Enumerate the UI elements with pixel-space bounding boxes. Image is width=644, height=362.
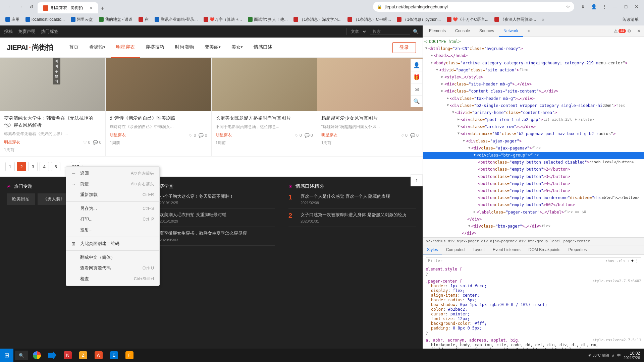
tree-head[interactable]: ▶ <head>…</head> <box>423 52 644 59</box>
tree-toggle-btn-group[interactable]: ▼ <box>473 152 477 158</box>
bookmark-apps[interactable]: 应用 <box>3 15 22 24</box>
taskbar-ime[interactable]: 中 <box>617 353 621 358</box>
topbar-tougu[interactable]: 投稿 <box>4 28 13 35</box>
ctx-viewsource[interactable]: 查看网页源代码 Ctrl+U <box>66 263 159 274</box>
nav-chengda[interactable]: 穿搭技巧 <box>140 38 170 58</box>
tree-btn2[interactable]: <button class="empty button" >2</button> <box>423 166 644 173</box>
tree-btn3[interactable]: <button class="empty button" >3</button> <box>423 173 644 180</box>
taskbar-app-6[interactable]: E <box>107 349 121 362</box>
tree-toggle-archiverow[interactable]: ▼ <box>457 124 461 129</box>
bookmark-zai[interactable]: 在 <box>136 15 151 24</box>
topic-oumei[interactable]: 欧美街拍 <box>7 193 35 205</box>
tree-ajax-pager[interactable]: ▼ <div class="ajax-pager" > <box>423 138 644 145</box>
address-bar[interactable]: 🔒 jiepai.net/dapei/mingxingchuanyi ☆ <box>373 2 574 12</box>
article-tag-3[interactable]: 明星穿衣 <box>216 132 232 138</box>
page-5[interactable]: 5 <box>51 162 60 171</box>
tree-btnpager[interactable]: ▼ <div class="btn-pager" >…</div> flex <box>423 223 644 230</box>
article-card-2[interactable]: 刘诗诗《亲爱的自己》唯美剧照 刘诗诗在《亲爱的自己》中饰演女... 明星穿衣 ♡… <box>106 58 211 156</box>
article-tag-2[interactable]: 明星穿衣 <box>110 132 126 138</box>
taskbar-search[interactable]: 🔍 <box>15 351 28 360</box>
article-card-4[interactable]: 杨超越可爱少女风写真图片 "锦鲤妹妹"杨超越的田园女仆风... 明星穿衣 ♡ 0… <box>317 58 423 156</box>
page-1[interactable]: 1 <box>5 162 15 171</box>
tree-toggle-siteheader[interactable]: ▶ <box>440 81 444 86</box>
taskbar-app-chrome[interactable] <box>30 349 44 362</box>
gift-icon[interactable]: 🎁 <box>411 71 423 83</box>
devtools-warning-icon[interactable]: ⚠ 44 <box>616 27 624 35</box>
search-type-select[interactable]: 文章 <box>346 28 367 35</box>
devtools-tab-network[interactable]: Network <box>499 25 523 37</box>
tree-postitem[interactable]: ▶ <div class="post-item-1 ul.b2_gap" > l… <box>423 116 644 123</box>
nav-jiepaio[interactable]: 看街拍 <box>84 38 111 58</box>
ctx-inspect[interactable]: 检查 Ctrl+Shift+I <box>66 274 159 284</box>
ctx-forward[interactable]: → 前进 Alt+向右箭头 <box>66 179 159 189</box>
ctx-translate[interactable]: 翻成中文（简体） <box>66 252 159 263</box>
tree-btn-group[interactable]: ▼ <div class="btn-group" > flex <box>423 152 644 159</box>
tree-body[interactable]: ▼ <body class="archive category category… <box>423 60 644 67</box>
bottom-tab-computed[interactable]: Computed <box>442 245 469 254</box>
login-button[interactable]: 登录 <box>392 42 416 53</box>
topbar-disclaimer[interactable]: 免责声明 <box>18 28 36 35</box>
article-tag-4[interactable]: 明星穿衣 <box>321 132 337 138</box>
tree-toggle-pagenav[interactable]: ▼ <box>457 131 461 136</box>
topbar-tags[interactable]: 热门标签 <box>41 28 58 35</box>
tree-toggle-page[interactable]: ▼ <box>435 67 439 72</box>
bookmark-heart[interactable]: ❤️万字（算法 +... <box>201 15 244 24</box>
add-style-icon[interactable]: + <box>631 258 634 263</box>
bottom-emo-item-1[interactable]: 1 喜欢一个人是什么感觉 喜欢一个人 隐藏的表现 2021/02/09 <box>288 193 416 208</box>
tree-toggle-wrapper[interactable]: ▼ <box>446 103 450 108</box>
tree-toggle-taxheader[interactable]: ▶ <box>446 96 450 101</box>
bookmark-tencent[interactable]: 腾讯企业邮箱-登录... <box>152 15 200 24</box>
tree-toggle-btnpager[interactable]: ▼ <box>467 223 471 229</box>
tree-btn607[interactable]: <button class="empty button" >607</butto… <box>423 201 644 208</box>
maximize-button[interactable]: □ <box>621 2 631 11</box>
bottom-tab-properties[interactable]: Properties <box>565 245 591 254</box>
tree-html[interactable]: ▼ <html lang="zh-CN" class="avgrund-read… <box>423 45 644 52</box>
menu-button[interactable]: ⋮ <box>600 2 609 11</box>
tree-toggle-ajax-pager[interactable]: ▼ <box>462 138 466 143</box>
tree-content[interactable]: ▶ <div class="content class="site-conten… <box>423 88 644 95</box>
tree-toggle-primary[interactable]: ▼ <box>451 110 455 115</box>
nav-qinggan[interactable]: 情感口述 <box>248 38 278 58</box>
new-tab-button[interactable]: + <box>98 4 107 13</box>
bottom-list-item-1[interactable]: 1 小个子胸大这么穿！冬天显高不臃肿！ 2019/12/25 <box>148 193 275 208</box>
tree-btn4[interactable]: <button class="empty button" >4</button> <box>423 180 644 187</box>
bookmark-10w[interactable]: ❤️《十万个C语言... <box>444 15 491 24</box>
profile-button[interactable]: 👤 <box>589 2 598 11</box>
tree-btn5[interactable]: <button class="empty button" >5</button> <box>423 187 644 194</box>
bookmark-aliyun[interactable]: 阿里云盘 <box>68 15 96 24</box>
bookmark-star-icon[interactable]: ☆ <box>566 4 570 9</box>
bookmark-more[interactable]: » <box>539 16 547 23</box>
bookmark-mysite[interactable]: 我的地盘 - 谱道 <box>96 15 136 24</box>
nav-bianmei[interactable]: 变美丽 <box>199 38 226 58</box>
tree-wrapper[interactable]: ▼ <div class="b2-single-content wrapper … <box>423 102 644 109</box>
tree-toggle-postitem[interactable]: ▶ <box>457 117 461 122</box>
tree-label[interactable]: ▶ <label class="pager-center" >…</label>… <box>423 209 644 216</box>
refresh-button[interactable]: ↺ <box>27 2 36 11</box>
styles-filter-input[interactable] <box>428 258 604 263</box>
page-3[interactable]: 3 <box>28 162 38 171</box>
bottom-tab-layout[interactable]: Layout <box>469 245 489 254</box>
bottom-tab-event[interactable]: Event Listeners <box>489 245 525 254</box>
search-button[interactable]: 🔍 <box>413 29 419 34</box>
close-button[interactable]: ✕ <box>632 2 641 11</box>
minimize-button[interactable]: ─ <box>610 2 620 11</box>
taskbar-app-7[interactable]: F <box>122 349 137 362</box>
user-icon[interactable]: 👤 <box>411 59 423 71</box>
browser-tab-active[interactable]: 明星穿衣 - 尚街拍 × <box>38 2 98 13</box>
tree-siteheader[interactable]: ▶ <div class="site-header mb-g" >…</div> <box>423 81 644 88</box>
taskbar-clock[interactable]: 10:02 2021/7/26 <box>624 351 640 360</box>
devtools-tab-sources[interactable]: Sources <box>475 25 499 37</box>
nav-meinv[interactable]: 美女 <box>226 38 248 58</box>
tree-taxheader[interactable]: ▶ <div class="tax-header mb-g" >…</div> <box>423 95 644 102</box>
search-input[interactable] <box>370 28 410 35</box>
tree-toggle-head[interactable]: ▶ <box>430 53 434 58</box>
nav-mingxing[interactable]: 明星穿衣 <box>111 38 140 58</box>
tree-style[interactable]: ▶ <style>…</style> <box>423 74 644 81</box>
bookmark-cpp[interactable]: （1条消息）C++嗟... <box>345 15 393 24</box>
bookmark-py[interactable]: （1条消息）python... <box>394 15 443 24</box>
taskbar-notifications[interactable]: ∧ <box>612 353 614 358</box>
tree-toggle-html[interactable]: ▼ <box>424 46 428 51</box>
article-card-1[interactable]: 알고싶어마주보다 变身清纯女大学生：韩素希在《无法抗拒的他》穿衣风格解析 韩素希… <box>0 58 106 156</box>
bottom-tab-styles[interactable]: Styles <box>423 245 442 254</box>
tree-pagenav[interactable]: ▼ <div data-max="60" class="b2-pagenav p… <box>423 130 644 137</box>
